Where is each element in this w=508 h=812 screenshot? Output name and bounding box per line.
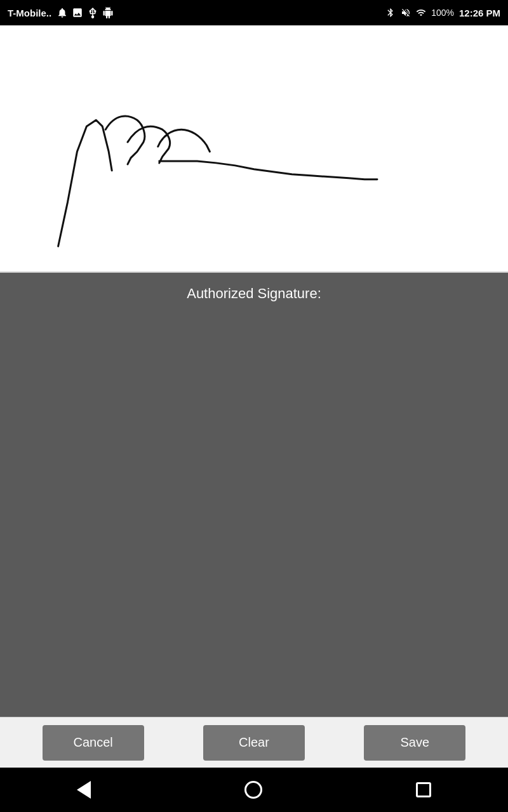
home-icon — [244, 781, 262, 799]
signal-icon — [416, 8, 426, 18]
recents-button[interactable] — [416, 782, 431, 797]
time-text: 12:26 PM — [459, 8, 500, 18]
android-icon — [102, 7, 114, 18]
usb-icon — [87, 7, 98, 18]
clear-button[interactable]: Clear — [203, 725, 305, 761]
save-button[interactable]: Save — [364, 725, 465, 761]
recents-icon — [416, 782, 431, 797]
status-bar-left: T-Mobile.. — [8, 7, 114, 18]
dark-panel: Authorized Signature: — [0, 273, 508, 717]
signature-canvas[interactable] — [0, 25, 508, 273]
cancel-button[interactable]: Cancel — [43, 725, 144, 761]
carrier-text: T-Mobile.. — [8, 8, 51, 18]
signature-drawing — [0, 25, 508, 272]
image-icon — [72, 7, 83, 18]
bluetooth-icon — [385, 8, 396, 18]
status-icons-left — [57, 7, 114, 18]
home-button[interactable] — [244, 781, 262, 799]
authorized-label: Authorized Signature: — [187, 285, 321, 302]
status-bar: T-Mobile.. — [0, 0, 508, 25]
status-bar-right: 100% 12:26 PM — [385, 8, 500, 18]
notification-icon — [57, 7, 68, 18]
nav-bar — [0, 768, 508, 812]
back-icon — [77, 781, 91, 799]
battery-text: 100% — [431, 8, 454, 18]
bottom-buttons: Cancel Clear Save — [0, 717, 508, 768]
back-button[interactable] — [77, 781, 91, 799]
mute-icon — [401, 8, 411, 18]
